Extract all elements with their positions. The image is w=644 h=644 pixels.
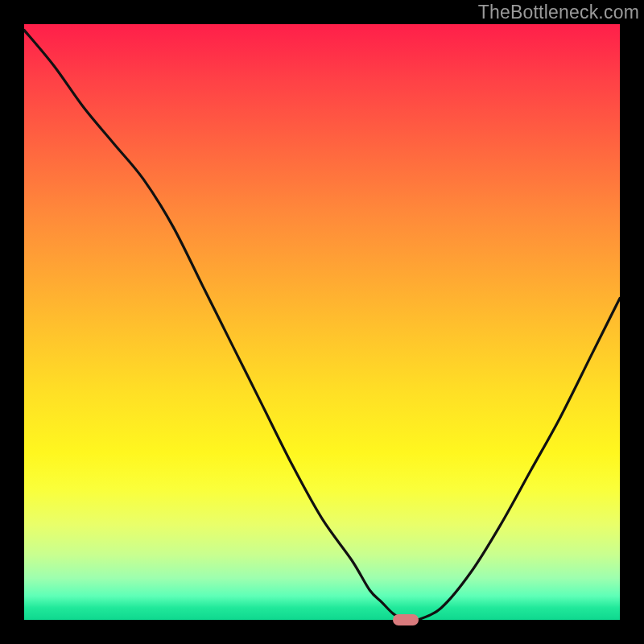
curve-path (24, 30, 620, 620)
optimum-marker (393, 614, 419, 625)
bottleneck-curve (24, 24, 620, 620)
watermark-text: TheBottleneck.com (478, 2, 639, 23)
plot-area (24, 24, 620, 620)
chart-frame: TheBottleneck.com (0, 0, 644, 644)
